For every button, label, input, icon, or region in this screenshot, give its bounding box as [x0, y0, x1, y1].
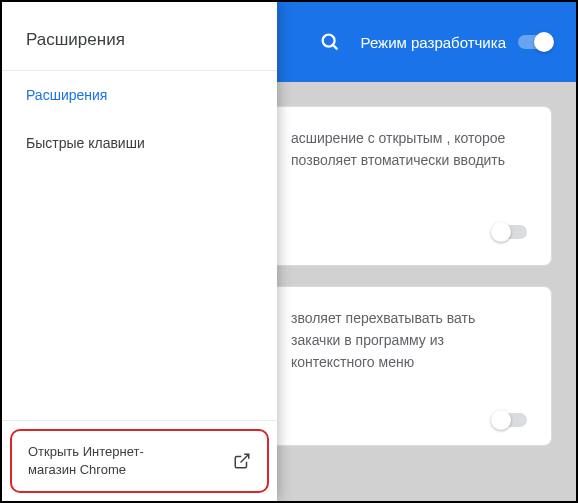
open-chrome-web-store-link[interactable]: Открыть Интернет-магазин Chrome — [10, 429, 269, 493]
spacer — [2, 167, 277, 420]
developer-mode-label: Режим разработчика — [361, 34, 506, 51]
sidebar-title: Расширения — [2, 2, 277, 70]
external-link-icon — [233, 452, 251, 470]
store-link-label: Открыть Интернет-магазин Chrome — [28, 443, 178, 479]
extension-toggle[interactable] — [493, 225, 527, 239]
window: Режим разработчика асширение с открытым … — [0, 0, 578, 503]
search-icon[interactable] — [319, 31, 341, 53]
extension-toggle[interactable] — [493, 413, 527, 427]
sidebar-item-shortcuts[interactable]: Быстрые клавиши — [2, 119, 277, 167]
svg-point-0 — [322, 35, 334, 47]
svg-line-2 — [241, 454, 249, 462]
store-link-wrap: Открыть Интернет-магазин Chrome — [2, 421, 277, 501]
sidebar-item-extensions[interactable]: Расширения — [2, 71, 277, 119]
developer-mode-toggle[interactable] — [518, 35, 552, 49]
sidebar-drawer: Расширения Расширения Быстрые клавиши От… — [2, 2, 277, 501]
svg-line-1 — [333, 45, 337, 49]
